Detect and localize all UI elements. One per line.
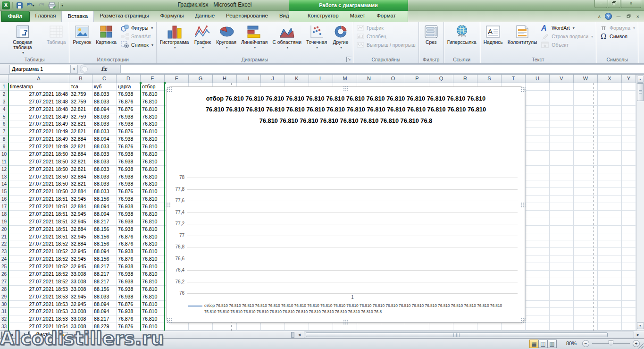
cell-D8[interactable]: 76.938 bbox=[117, 136, 141, 143]
workbook-close-icon[interactable]: × bbox=[636, 14, 640, 19]
zoom-out-icon[interactable]: − bbox=[582, 340, 589, 347]
cell-C15[interactable]: 88.033 bbox=[92, 188, 117, 196]
column-header-M[interactable]: M bbox=[333, 75, 357, 83]
cell-A6[interactable]: 27.07.2021 18:49 bbox=[8, 120, 69, 128]
cell-C3[interactable]: 88.033 bbox=[92, 98, 117, 106]
zoom-level[interactable]: 80% bbox=[566, 340, 577, 346]
row-header-15[interactable]: 15 bbox=[0, 188, 8, 196]
button-area-chart[interactable]: С областями▾ bbox=[270, 23, 303, 55]
cell-D28[interactable]: 76.938 bbox=[117, 286, 141, 293]
cell-C26[interactable]: 88.217 bbox=[92, 271, 117, 278]
cell-B32[interactable]: 33.008 bbox=[69, 315, 92, 323]
button-other-charts[interactable]: Другие▾ bbox=[330, 23, 351, 55]
button-clipart[interactable]: Картинка bbox=[94, 23, 118, 55]
cell-A4[interactable]: 27.07.2021 18:48 bbox=[8, 106, 69, 113]
cell-C21[interactable]: 88.156 bbox=[92, 233, 117, 241]
cell-A31[interactable]: 27.07.2021 18:53 bbox=[8, 308, 69, 315]
button-screenshot[interactable]: Снимок▾ bbox=[119, 41, 155, 49]
cell-C7[interactable]: 88.033 bbox=[92, 128, 117, 136]
cell-B19[interactable]: 32.945 bbox=[69, 218, 92, 226]
excel-logo-icon[interactable]: X bbox=[2, 1, 10, 9]
cell-D9[interactable]: 76.876 bbox=[117, 143, 141, 151]
row-header-2[interactable]: 2 bbox=[0, 91, 8, 98]
cell-A22[interactable]: 27.07.2021 18:52 bbox=[8, 240, 69, 248]
column-header-J[interactable]: J bbox=[261, 75, 285, 83]
cell-D1[interactable]: царга bbox=[117, 83, 141, 91]
cell-D5[interactable]: 76.938 bbox=[117, 113, 141, 121]
page-layout-view-icon[interactable]: ◫ bbox=[538, 340, 548, 348]
column-header-B[interactable]: B bbox=[69, 75, 92, 83]
chart-selection-handle[interactable] bbox=[167, 87, 172, 92]
name-box-dropdown-icon[interactable]: ▼ bbox=[71, 65, 78, 74]
cell-B12[interactable]: 32.821 bbox=[69, 166, 92, 173]
page-break-view-icon[interactable]: ▥ bbox=[547, 340, 557, 348]
cell-A7[interactable]: 27.07.2021 18:49 bbox=[8, 128, 69, 136]
column-header-A[interactable]: A bbox=[8, 75, 69, 83]
cell-D20[interactable]: 76.938 bbox=[117, 226, 141, 233]
collapse-ribbon-icon[interactable]: ∧ bbox=[598, 14, 601, 19]
cell-A20[interactable]: 27.07.2021 18:51 bbox=[8, 226, 69, 233]
restore-button[interactable] bbox=[608, 0, 620, 8]
cell-A15[interactable]: 27.07.2021 18:50 bbox=[8, 188, 69, 196]
row-header-27[interactable]: 27 bbox=[0, 278, 8, 286]
cell-B20[interactable]: 32.884 bbox=[69, 226, 92, 233]
cell-B30[interactable]: 32.945 bbox=[69, 301, 92, 308]
cell-C13[interactable]: 88.033 bbox=[92, 173, 117, 181]
cell-C14[interactable]: 88.033 bbox=[92, 180, 117, 188]
cell-D16[interactable]: 76.938 bbox=[117, 196, 141, 203]
button-scatter-chart[interactable]: Точечная▾ bbox=[304, 23, 329, 55]
cell-A29[interactable]: 27.07.2021 18:53 bbox=[8, 293, 69, 301]
row-header-17[interactable]: 17 bbox=[0, 203, 8, 211]
tab-вид[interactable]: Вид bbox=[274, 11, 295, 22]
cell-C6[interactable]: 88.033 bbox=[92, 120, 117, 128]
cell-D30[interactable]: 76.876 bbox=[117, 301, 141, 308]
cell-C30[interactable]: 88.094 bbox=[92, 301, 117, 308]
cell-C1[interactable]: куб bbox=[92, 83, 117, 91]
cell-B25[interactable]: 32.945 bbox=[69, 263, 92, 271]
row-header-19[interactable]: 19 bbox=[0, 218, 8, 226]
cell-B10[interactable]: 32.884 bbox=[69, 151, 92, 158]
row-header-4[interactable]: 4 bbox=[0, 106, 8, 113]
column-header-L[interactable]: L bbox=[309, 75, 333, 83]
cell-D10[interactable]: 76.938 bbox=[117, 151, 141, 158]
cell-A27[interactable]: 27.07.2021 18:52 bbox=[8, 278, 69, 286]
column-header-E[interactable]: E bbox=[141, 75, 165, 83]
row-header-31[interactable]: 31 bbox=[0, 308, 8, 315]
cell-B31[interactable]: 33.008 bbox=[69, 308, 92, 315]
button-line-chart[interactable]: График▾ bbox=[192, 23, 213, 55]
row-header-26[interactable]: 26 bbox=[0, 271, 8, 278]
insert-function-icon[interactable]: fx bbox=[101, 66, 107, 72]
cell-C5[interactable]: 88.033 bbox=[92, 113, 117, 121]
row-header-23[interactable]: 23 bbox=[0, 248, 8, 255]
cell-A16[interactable]: 27.07.2021 18:51 bbox=[8, 196, 69, 203]
cell-C2[interactable]: 88.033 bbox=[92, 91, 117, 98]
chart-selection-handle[interactable] bbox=[520, 318, 526, 323]
row-header-21[interactable]: 21 bbox=[0, 233, 8, 241]
context-tab-0[interactable]: Конструктор bbox=[302, 11, 344, 22]
column-header-U[interactable]: U bbox=[526, 75, 550, 83]
context-tab-2[interactable]: Формат bbox=[371, 11, 401, 22]
cell-D25[interactable]: 76.938 bbox=[117, 263, 141, 271]
column-header-P[interactable]: P bbox=[405, 75, 429, 83]
button-pie-chart[interactable]: Круговая▾ bbox=[214, 23, 238, 55]
cell-C19[interactable]: 88.217 bbox=[92, 218, 117, 226]
scroll-down-icon[interactable]: ▼ bbox=[637, 322, 644, 329]
button-column-chart[interactable]: Гистограмма▾ bbox=[158, 23, 191, 55]
vertical-scrollbar[interactable]: ▲ ▼ bbox=[636, 75, 644, 331]
cell-D22[interactable]: 76.876 bbox=[117, 240, 141, 248]
button-shapes[interactable]: Фигуры▾ bbox=[119, 24, 155, 32]
tab-данные[interactable]: Данные bbox=[190, 11, 221, 22]
cell-B8[interactable]: 32.884 bbox=[69, 136, 92, 143]
button-header-footer[interactable]: Колонтитулы bbox=[506, 23, 539, 55]
cell-A9[interactable]: 27.07.2021 18:49 bbox=[8, 143, 69, 151]
row-header-28[interactable]: 28 bbox=[0, 286, 8, 293]
context-tab-1[interactable]: Макет bbox=[344, 11, 371, 22]
cell-D27[interactable]: 76.938 bbox=[117, 278, 141, 286]
column-header-O[interactable]: O bbox=[381, 75, 405, 83]
chart-legend[interactable]: отбор 76.810 76.810 76.810 76.810 76.810… bbox=[188, 303, 509, 315]
button-wordart[interactable]: AWordArt▾ bbox=[540, 24, 594, 32]
scroll-up-icon[interactable]: ▲ bbox=[637, 76, 644, 83]
row-header-14[interactable]: 14 bbox=[0, 180, 8, 188]
cell-D21[interactable]: 76.876 bbox=[117, 233, 141, 241]
row-header-6[interactable]: 6 bbox=[0, 120, 8, 128]
